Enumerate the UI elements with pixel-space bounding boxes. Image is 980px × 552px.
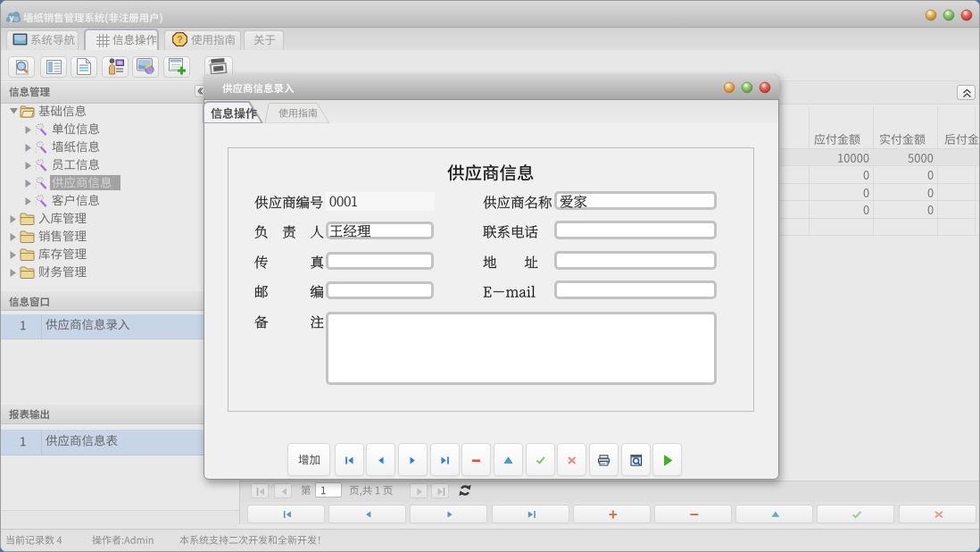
svg-text:?: ? bbox=[177, 34, 183, 45]
svg-text:y: y bbox=[9, 13, 14, 22]
